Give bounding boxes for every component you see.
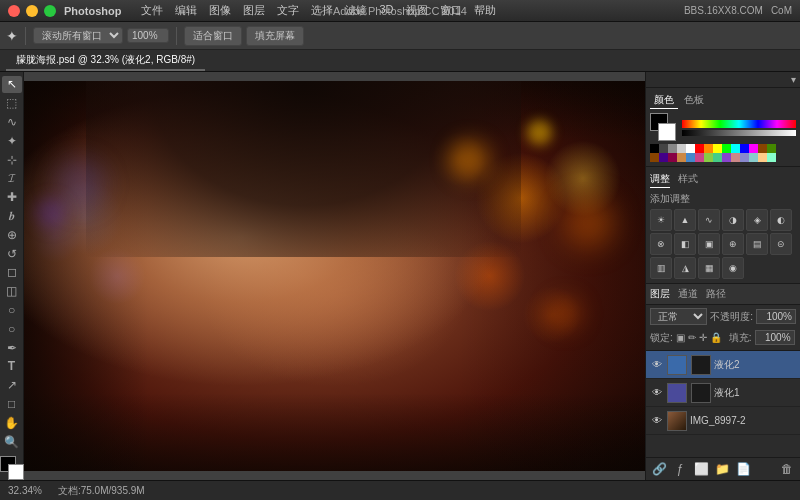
exposure-adj[interactable]: ◑ (722, 209, 744, 231)
paths-tab[interactable]: 路径 (706, 287, 726, 301)
curves-adj[interactable]: ∿ (698, 209, 720, 231)
color-tab[interactable]: 颜色 (650, 92, 678, 109)
bokeh-1 (55, 159, 105, 209)
posterize-adj[interactable]: ▥ (650, 257, 672, 279)
crop-tool[interactable]: ⊹ (2, 151, 22, 168)
bokeh-3 (450, 140, 490, 180)
lock-transparent-icon[interactable]: ▣ (676, 332, 685, 343)
gradient-map-adj[interactable]: ▦ (698, 257, 720, 279)
shape-tool[interactable]: □ (2, 396, 22, 413)
brush-tool[interactable]: 𝒃 (2, 208, 22, 225)
levels-adj[interactable]: ▲ (674, 209, 696, 231)
minimize-button[interactable] (26, 5, 38, 17)
title-bar-right: BBS.16XX8.COM CoM (684, 5, 792, 16)
lock-image-icon[interactable]: ✏ (688, 332, 696, 343)
menu-layer[interactable]: 图层 (243, 3, 265, 18)
eyedropper-tool[interactable]: 𝓘 (2, 170, 22, 187)
lasso-tool[interactable]: ∿ (2, 114, 22, 131)
colorlookup-adj[interactable]: ▤ (746, 233, 768, 255)
delete-layer-icon[interactable]: 🗑 (778, 460, 796, 478)
fill-screen-button[interactable]: 填充屏幕 (246, 26, 304, 46)
maximize-button[interactable] (44, 5, 56, 17)
bg-swatch[interactable] (658, 123, 676, 141)
clone-tool[interactable]: ⊕ (2, 226, 22, 243)
layers-tab[interactable]: 图层 (650, 287, 670, 301)
adjustments-tab[interactable]: 调整 (650, 171, 670, 188)
options-bar: ✦ 滚动所有窗口 适合窗口 填充屏幕 (0, 22, 800, 50)
menu-edit[interactable]: 编辑 (175, 3, 197, 18)
menu-text[interactable]: 文字 (277, 3, 299, 18)
color-picker[interactable] (650, 113, 678, 141)
swatches-tab[interactable]: 色板 (680, 92, 708, 109)
window-controls[interactable] (8, 5, 56, 17)
fill-input[interactable] (755, 330, 795, 345)
canvas-area[interactable] (24, 72, 645, 480)
eraser-tool[interactable]: ◻ (2, 264, 22, 281)
hsl-adj[interactable]: ◐ (770, 209, 792, 231)
hand-tool[interactable]: ✋ (2, 414, 22, 431)
right-panel: ▾ 颜色 色板 (645, 72, 800, 480)
channelmixer-adj[interactable]: ⊕ (722, 233, 744, 255)
photofilter-adj[interactable]: ▣ (698, 233, 720, 255)
text-tool[interactable]: T (2, 358, 22, 375)
move-tool-icon: ✦ (6, 28, 18, 44)
threshold-adj[interactable]: ◮ (674, 257, 696, 279)
zoom-input[interactable] (127, 28, 169, 43)
history-tool[interactable]: ↺ (2, 245, 22, 262)
layers-list: 👁 液化2 👁 液化1 👁 IMG_8997-2 (646, 351, 800, 457)
lock-all-icon[interactable]: 🔒 (710, 332, 722, 343)
invert-adj[interactable]: ⊝ (770, 233, 792, 255)
color-spectrum[interactable] (682, 120, 796, 128)
blend-mode-select[interactable]: 正常 (650, 308, 707, 325)
layer-thumbnail (667, 411, 687, 431)
opacity-label: 不透明度: (710, 310, 753, 324)
selective-color-adj[interactable]: ◉ (722, 257, 744, 279)
link-layers-icon[interactable]: 🔗 (650, 460, 668, 478)
styles-tab[interactable]: 样式 (678, 171, 698, 188)
lock-position-icon[interactable]: ✛ (699, 332, 707, 343)
add-mask-icon[interactable]: ⬜ (692, 460, 710, 478)
dodge-tool[interactable]: ○ (2, 320, 22, 337)
brightness-adj[interactable]: ☀ (650, 209, 672, 231)
blur-tool[interactable]: ○ (2, 302, 22, 319)
color-swatches-grid (650, 144, 796, 162)
healing-tool[interactable]: ✚ (2, 189, 22, 206)
collapse-icon[interactable]: ▾ (791, 74, 796, 85)
close-button[interactable] (8, 5, 20, 17)
zoom-tool[interactable]: 🔍 (2, 433, 22, 450)
gray-spectrum[interactable] (682, 130, 796, 136)
layer-visibility-icon[interactable]: 👁 (650, 387, 664, 398)
layer-visibility-icon[interactable]: 👁 (650, 415, 664, 426)
move-tool[interactable]: ↖ (2, 76, 22, 93)
layers-panel: 图层 通道 路径 正常 不透明度: 锁定: ▣ ✏ ✛ 🔒 (646, 284, 800, 480)
layer-item[interactable]: 👁 液化1 (646, 379, 800, 407)
status-bar: 32.34% 文档:75.0M/935.9M (0, 480, 800, 500)
menu-file[interactable]: 文件 (141, 3, 163, 18)
new-layer-icon[interactable]: 📄 (734, 460, 752, 478)
gradient-tool[interactable]: ◫ (2, 283, 22, 300)
layer-thumbnail (667, 355, 687, 375)
layer-item[interactable]: 👁 IMG_8997-2 (646, 407, 800, 435)
quick-select-tool[interactable]: ✦ (2, 132, 22, 149)
opacity-input[interactable] (756, 309, 796, 324)
path-selection-tool[interactable]: ↗ (2, 377, 22, 394)
menu-help[interactable]: 帮助 (474, 3, 496, 18)
scroll-all-windows-select[interactable]: 滚动所有窗口 (33, 27, 123, 44)
new-group-icon[interactable]: 📁 (713, 460, 731, 478)
vibrance-adj[interactable]: ◈ (746, 209, 768, 231)
color-tabs: 颜色 色板 (650, 92, 796, 109)
channels-tab[interactable]: 通道 (678, 287, 698, 301)
menu-image[interactable]: 图像 (209, 3, 231, 18)
add-style-icon[interactable]: ƒ (671, 460, 689, 478)
colorbalance-adj[interactable]: ⊗ (650, 233, 672, 255)
document-tab[interactable]: 朦胧海报.psd @ 32.3% (液化2, RGB/8#) (6, 51, 205, 71)
bw-adj[interactable]: ◧ (674, 233, 696, 255)
background-color[interactable] (8, 464, 24, 480)
pen-tool[interactable]: ✒ (2, 339, 22, 356)
selection-tool[interactable]: ⬚ (2, 95, 22, 112)
layer-item[interactable]: 👁 液化2 (646, 351, 800, 379)
fit-window-button[interactable]: 适合窗口 (184, 26, 242, 46)
lock-label: 锁定: (650, 331, 673, 345)
layer-visibility-icon[interactable]: 👁 (650, 359, 664, 370)
menu-select[interactable]: 选择 (311, 3, 333, 18)
